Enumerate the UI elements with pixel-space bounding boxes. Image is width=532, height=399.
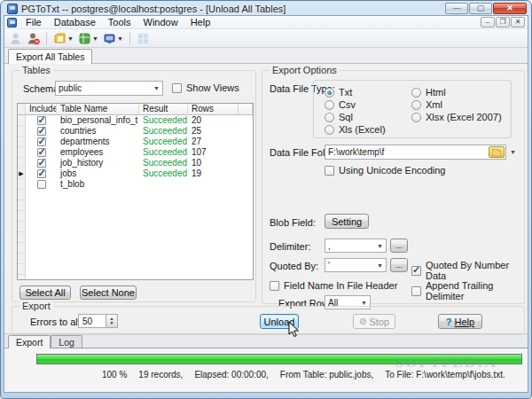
field-name-header-checkbox[interactable]: Field Name In File Header	[270, 280, 397, 291]
stepper-arrows-icon[interactable]: ▲▼	[106, 314, 118, 328]
minimize-button[interactable]: —	[445, 3, 468, 14]
menu-file[interactable]: File	[20, 16, 48, 28]
table-row[interactable]: countries Succeeded 25	[18, 126, 253, 137]
field-name-header-checkbox-box[interactable]	[270, 281, 279, 291]
tab-log[interactable]: Log	[51, 335, 82, 348]
radio-sql[interactable]: Sql	[325, 112, 353, 122]
help-button[interactable]: ? Help	[438, 314, 482, 329]
cell-table-name: t_blob	[57, 179, 139, 190]
cell-table-name: jobs	[57, 168, 139, 179]
menu-window[interactable]: Window	[137, 16, 184, 28]
radio-xls[interactable]: Xls (Excel)	[325, 124, 386, 135]
include-checkbox[interactable]	[37, 148, 46, 157]
schema-dropdown[interactable]: public ▼	[55, 81, 163, 96]
blob-setting-button[interactable]: Setting	[325, 214, 369, 229]
append-trailing-checkbox-box[interactable]	[411, 286, 421, 296]
mdi-child-icon[interactable]	[7, 18, 17, 27]
quoted-by-number-checkbox[interactable]: Quoted By Number Data	[411, 260, 524, 281]
browse-folder-icon[interactable]	[489, 146, 505, 158]
grid-selector-header	[18, 104, 26, 115]
errors-to-allow-value[interactable]: 50	[78, 314, 106, 328]
mdi-restore-button[interactable]: ❐	[496, 17, 510, 27]
sql-window-caret-icon[interactable]: ▼	[117, 35, 123, 42]
quoted-by-dropdown[interactable]: ' ▼	[325, 258, 387, 272]
radio-xml-circle[interactable]	[411, 100, 421, 110]
cell-result: Succeeded	[139, 115, 188, 126]
app-window: PGToTxt -- postgres@localhost:postgres -…	[0, 0, 532, 399]
status-elapsed: Elapsed: 00:00:00,	[194, 370, 268, 379]
radio-xml[interactable]: Xml	[411, 99, 442, 110]
mdi-minimize-button[interactable]: –	[481, 17, 495, 27]
table-options-caret-icon[interactable]: ▼	[92, 35, 98, 42]
grid-view-icon[interactable]	[136, 31, 151, 46]
unicode-encoding-checkbox-box[interactable]	[325, 166, 334, 176]
connect-database-icon[interactable]	[8, 31, 23, 46]
sql-window-icon[interactable]: ▼	[102, 31, 124, 46]
export-file-caret-icon[interactable]: ▼	[67, 35, 74, 42]
app-icon	[7, 4, 18, 14]
delimiter-label: Delimiter:	[270, 241, 310, 252]
close-button[interactable]: ✕	[493, 3, 527, 14]
radio-xls-circle[interactable]	[325, 125, 334, 135]
select-all-button[interactable]: Select All	[20, 286, 71, 300]
append-trailing-checkbox[interactable]: Append Trailing Delimiter	[411, 280, 524, 301]
cell-rows: 19	[188, 168, 239, 179]
table-row-selected[interactable]: ▶ jobs Succeeded 19	[18, 168, 253, 179]
show-views-checkbox-box[interactable]	[172, 83, 182, 93]
radio-html-circle[interactable]	[411, 88, 421, 98]
table-row[interactable]: job_history Succeeded 10	[18, 158, 253, 168]
tab-export-all-tables[interactable]: Export All Tables	[8, 49, 92, 64]
window-title: PGToTxt -- postgres@localhost:postgres -…	[21, 4, 445, 14]
cell-table-name: bio_personal_info_t	[57, 115, 139, 126]
menu-database[interactable]: Database	[48, 16, 102, 28]
radio-csv-circle[interactable]	[325, 100, 334, 110]
col-table-name[interactable]: Table Name	[57, 104, 139, 115]
include-checkbox[interactable]	[37, 180, 46, 189]
tables-grid: Include Table Name Result Rows bio_perso…	[17, 103, 254, 280]
menu-help[interactable]: Help	[184, 16, 217, 28]
radio-txt[interactable]: Txt	[325, 87, 352, 98]
radio-html[interactable]: Html	[411, 87, 446, 98]
data-file-folder-input[interactable]: F:\work\temp\f	[325, 145, 506, 160]
table-row[interactable]: departments Succeeded 27	[18, 137, 253, 147]
include-checkbox[interactable]	[37, 127, 46, 136]
unicode-encoding-checkbox[interactable]: Using Unicode Encoding	[325, 165, 445, 176]
col-rows[interactable]: Rows	[188, 104, 239, 115]
include-checkbox[interactable]	[37, 159, 46, 168]
export-file-icon[interactable]: ▼	[52, 31, 74, 46]
mdi-close-button[interactable]: ✕	[511, 17, 525, 27]
radio-xlsx-circle[interactable]	[411, 113, 421, 122]
col-result[interactable]: Result	[139, 104, 188, 115]
radio-csv[interactable]: Csv	[325, 99, 356, 110]
errors-to-allow-stepper[interactable]: 50 ▲▼	[78, 314, 118, 328]
radio-txt-circle[interactable]	[325, 88, 334, 98]
cell-result: Succeeded	[139, 168, 188, 179]
include-checkbox[interactable]	[37, 169, 46, 178]
stop-button[interactable]: ⊘ Stop	[353, 314, 395, 329]
watermark: SOFTPEDIA	[395, 354, 497, 372]
stop-button-label: Stop	[369, 317, 389, 327]
table-row[interactable]: bio_personal_info_t Succeeded 20	[18, 115, 253, 126]
quoted-by-ellipsis-button[interactable]: ...	[390, 258, 408, 272]
col-include[interactable]: Include	[26, 104, 57, 115]
folder-dropdown-caret-icon[interactable]: ▼	[510, 149, 516, 155]
table-row[interactable]: employees Succeeded 107	[18, 147, 253, 158]
radio-sql-circle[interactable]	[325, 113, 334, 122]
delimiter-ellipsis-button[interactable]: ...	[390, 239, 408, 253]
disconnect-database-icon[interactable]	[26, 31, 41, 46]
radio-xlsx[interactable]: Xlsx (Excel 2007)	[411, 112, 502, 122]
quoted-by-number-checkbox-box[interactable]	[411, 266, 421, 276]
table-options-icon[interactable]: ▼	[77, 31, 99, 46]
title-bar: PGToTxt -- postgres@localhost:postgres -…	[4, 1, 528, 15]
stop-icon: ⊘	[359, 317, 366, 326]
select-none-button[interactable]: Select None	[80, 286, 137, 300]
maximize-button[interactable]: ▢	[469, 3, 492, 14]
menu-tools[interactable]: Tools	[102, 16, 137, 28]
tab-export[interactable]: Export	[8, 335, 51, 348]
delimiter-dropdown[interactable]: , ▼	[325, 239, 387, 253]
table-row[interactable]: t_blob	[18, 179, 253, 190]
show-views-checkbox[interactable]: Show Views	[172, 82, 239, 93]
include-checkbox[interactable]	[37, 137, 46, 146]
include-checkbox[interactable]	[37, 116, 46, 125]
chevron-down-icon: ▼	[151, 85, 162, 91]
